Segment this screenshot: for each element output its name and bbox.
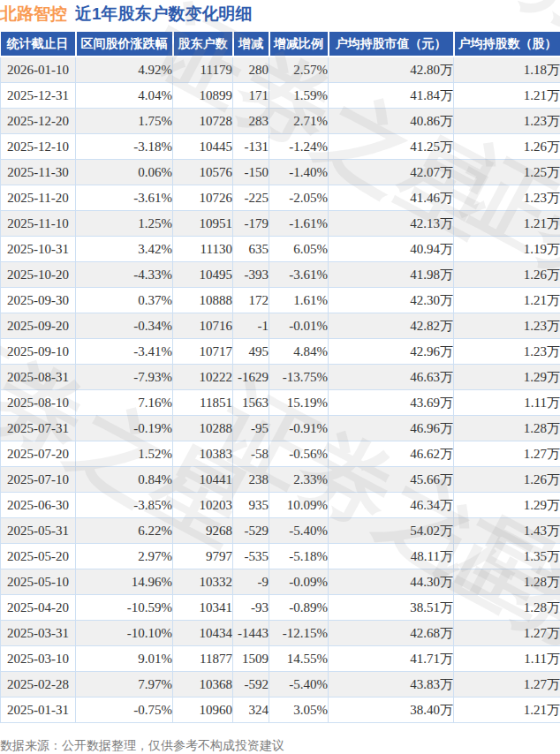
change-cell: -225 xyxy=(233,185,269,211)
holder-count-cell: 10368 xyxy=(173,672,233,697)
avg-shares-cell: 1.26万 xyxy=(454,467,560,493)
avg-market-value-cell: 44.30万 xyxy=(329,569,454,595)
avg-shares-cell: 1.43万 xyxy=(454,518,560,544)
change-ratio-cell: -0.01% xyxy=(269,313,329,339)
table-row: 2025-11-20-3.61%10726-225-2.05%41.46万1.2… xyxy=(1,185,560,211)
avg-market-value-cell: 42.07万 xyxy=(329,160,454,185)
avg-shares-cell: 1.11万 xyxy=(454,646,560,672)
avg-shares-cell: 1.29万 xyxy=(454,493,560,518)
avg-market-value-cell: 43.83万 xyxy=(329,672,454,697)
column-header-price-change-cell: 区间股价涨跌幅 xyxy=(76,32,173,57)
change-cell: 935 xyxy=(233,493,269,518)
table-row: 2025-12-314.04%108991711.59%41.84万1.21万 xyxy=(1,83,560,109)
price-change-cell: 1.25% xyxy=(76,211,173,237)
price-change-cell: 6.22% xyxy=(76,518,173,544)
change-cell: -95 xyxy=(233,416,269,441)
table-row: 2025-08-31-7.93%10222-1629-13.75%46.63万1… xyxy=(1,365,560,390)
table-row: 2025-07-201.52%10383-58-0.56%46.62万1.27万 xyxy=(1,441,560,467)
avg-shares-cell: 1.27万 xyxy=(454,441,560,467)
holder-count-cell: 10951 xyxy=(173,211,233,237)
avg-market-value-cell: 41.71万 xyxy=(329,646,454,672)
holder-count-cell: 10888 xyxy=(173,288,233,313)
avg-shares-cell: 1.21万 xyxy=(454,211,560,237)
holder-count-cell: 11179 xyxy=(173,57,233,83)
change-cell: 1563 xyxy=(233,390,269,416)
change-ratio-cell: 1.59% xyxy=(269,83,329,109)
avg-market-value-cell: 46.34万 xyxy=(329,493,454,518)
data-source-note: 数据来源：公开数据整理，仅供参考不构成投资建议 xyxy=(0,738,284,754)
avg-shares-cell: 1.23万 xyxy=(454,313,560,339)
table-row: 2025-07-100.84%104412382.33%45.66万1.26万 xyxy=(1,467,560,493)
column-header-change-ratio-cell: 增减比例 xyxy=(269,32,329,57)
holder-count-cell: 10726 xyxy=(173,185,233,211)
avg-market-value-cell: 40.94万 xyxy=(329,237,454,262)
change-ratio-cell: 2.57% xyxy=(269,57,329,83)
avg-market-value-cell: 46.62万 xyxy=(329,441,454,467)
date-cell: 2025-12-10 xyxy=(1,134,76,160)
avg-shares-cell: 1.18万 xyxy=(454,57,560,83)
price-change-cell: -3.61% xyxy=(76,185,173,211)
table-header-row: 统计截止日区间股价涨跌幅股东户数增减增减比例户均持股市值（元）户均持股数（股） xyxy=(1,32,560,57)
holder-count-cell: 10899 xyxy=(173,83,233,109)
avg-market-value-cell: 43.69万 xyxy=(329,390,454,416)
shareholder-table: 统计截止日区间股价涨跌幅股东户数增减增减比例户均持股市值（元）户均持股数（股） … xyxy=(0,32,560,723)
change-ratio-cell: -0.56% xyxy=(269,441,329,467)
avg-market-value-cell: 40.86万 xyxy=(329,109,454,134)
price-change-cell: 4.92% xyxy=(76,57,173,83)
page-title: 北路智控近1年股东户数变化明细 xyxy=(0,3,253,26)
change-ratio-cell: -3.61% xyxy=(269,262,329,288)
holder-count-cell: 10716 xyxy=(173,313,233,339)
date-cell: 2025-12-20 xyxy=(1,109,76,134)
table-row: 2025-07-31-0.19%10288-95-0.91%46.96万1.28… xyxy=(1,416,560,441)
date-cell: 2025-07-31 xyxy=(1,416,76,441)
holder-count-cell: 10434 xyxy=(173,621,233,646)
avg-market-value-cell: 38.40万 xyxy=(329,697,454,723)
shareholder-detail-page: 北路智控近1年股东户数变化明细 统计截止日区间股价涨跌幅股东户数增减增减比例户均… xyxy=(0,0,560,754)
date-cell: 2025-05-20 xyxy=(1,544,76,569)
change-cell: -393 xyxy=(233,262,269,288)
holder-count-cell: 10960 xyxy=(173,697,233,723)
avg-shares-cell: 1.21万 xyxy=(454,697,560,723)
holder-count-cell: 9268 xyxy=(173,518,233,544)
holder-count-cell: 10203 xyxy=(173,493,233,518)
holder-count-cell: 10441 xyxy=(173,467,233,493)
change-cell: -535 xyxy=(233,544,269,569)
price-change-cell: 9.01% xyxy=(76,646,173,672)
date-cell: 2025-11-30 xyxy=(1,160,76,185)
holder-count-cell: 10495 xyxy=(173,262,233,288)
table-row: 2025-09-10-3.41%107174954.84%42.96万1.23万 xyxy=(1,339,560,365)
avg-shares-cell: 1.21万 xyxy=(454,288,560,313)
change-ratio-cell: -0.09% xyxy=(269,569,329,595)
price-change-cell: 7.97% xyxy=(76,672,173,697)
table-row: 2025-05-202.97%9797-535-5.18%48.11万1.35万 xyxy=(1,544,560,569)
avg-market-value-cell: 42.82万 xyxy=(329,313,454,339)
change-cell: -529 xyxy=(233,518,269,544)
table-body: 2026-01-104.92%111792802.57%42.80万1.18万2… xyxy=(1,57,560,723)
change-ratio-cell: -5.40% xyxy=(269,518,329,544)
change-ratio-cell: 10.09% xyxy=(269,493,329,518)
table-row: 2025-05-316.22%9268-529-5.40%54.02万1.43万 xyxy=(1,518,560,544)
change-ratio-cell: -13.75% xyxy=(269,365,329,390)
change-cell: -179 xyxy=(233,211,269,237)
avg-market-value-cell: 46.63万 xyxy=(329,365,454,390)
change-ratio-cell: 1.61% xyxy=(269,288,329,313)
table-row: 2025-09-20-0.34%10716-1-0.01%42.82万1.23万 xyxy=(1,313,560,339)
holder-count-cell: 10222 xyxy=(173,365,233,390)
change-ratio-cell: -5.40% xyxy=(269,672,329,697)
change-ratio-cell: -0.91% xyxy=(269,416,329,441)
date-cell: 2025-05-10 xyxy=(1,569,76,595)
title-text: 近1年股东户数变化明细 xyxy=(75,4,253,23)
change-cell: -93 xyxy=(233,595,269,621)
change-cell: 171 xyxy=(233,83,269,109)
avg-shares-cell: 1.25万 xyxy=(454,160,560,185)
avg-shares-cell: 1.23万 xyxy=(454,185,560,211)
avg-market-value-cell: 48.11万 xyxy=(329,544,454,569)
table-row: 2025-02-287.97%10368-592-5.40%43.83万1.27… xyxy=(1,672,560,697)
price-change-cell: -7.93% xyxy=(76,365,173,390)
change-cell: -1443 xyxy=(233,621,269,646)
change-cell: 495 xyxy=(233,339,269,365)
change-ratio-cell: 14.55% xyxy=(269,646,329,672)
table-header: 统计截止日区间股价涨跌幅股东户数增减增减比例户均持股市值（元）户均持股数（股） xyxy=(1,32,560,57)
holder-count-cell: 11877 xyxy=(173,646,233,672)
change-cell: -131 xyxy=(233,134,269,160)
